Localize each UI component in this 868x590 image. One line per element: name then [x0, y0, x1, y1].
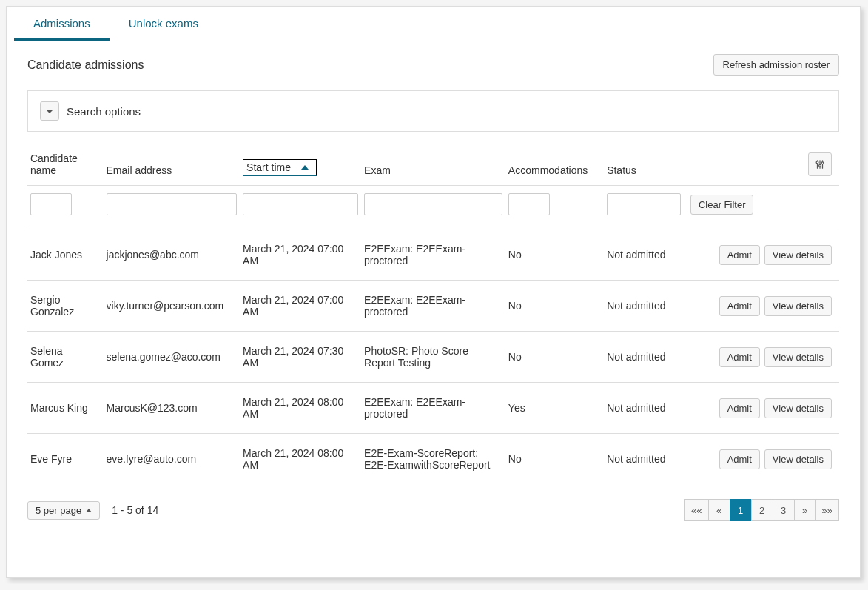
- search-options-panel: Search options: [27, 90, 839, 132]
- col-header-actions: [687, 147, 839, 186]
- svg-point-5: [821, 162, 824, 164]
- table-row: Marcus KingMarcusK@123.comMarch 21, 2024…: [27, 383, 839, 434]
- admit-button[interactable]: Admit: [719, 398, 760, 418]
- col-header-start-time[interactable]: Start time: [240, 147, 361, 186]
- pager-next[interactable]: »: [794, 499, 816, 521]
- cell-status: Not admitted: [604, 281, 687, 332]
- filter-email[interactable]: [107, 193, 238, 215]
- filter-accommodations[interactable]: [508, 193, 550, 215]
- cell-start-time: March 21, 2024 07:00 AM: [240, 281, 361, 332]
- pager-first[interactable]: ««: [684, 499, 708, 521]
- cell-exam: E2EExam: E2EExam-proctored: [361, 229, 505, 281]
- cell-start-time: March 21, 2024 08:00 AM: [240, 434, 361, 485]
- table-footer: 5 per page 1 - 5 of 14 «« « 123 » »»: [7, 496, 860, 542]
- cell-status: Not admitted: [604, 332, 687, 383]
- table-row: Jack Jonesjackjones@abc.comMarch 21, 202…: [27, 229, 839, 281]
- search-options-toggle[interactable]: [40, 101, 59, 121]
- caret-up-icon: [86, 509, 92, 512]
- filter-start-time[interactable]: [243, 193, 358, 215]
- candidates-table: Candidate name Email address Start time …: [27, 147, 839, 484]
- col-header-email[interactable]: Email address: [104, 147, 240, 186]
- filter-status[interactable]: [607, 193, 681, 215]
- chevron-down-icon: [46, 110, 53, 113]
- admit-button[interactable]: Admit: [719, 449, 760, 469]
- pager-prev[interactable]: «: [708, 499, 730, 521]
- admissions-panel: Admissions Unlock exams Candidate admiss…: [6, 6, 861, 578]
- view-details-button[interactable]: View details: [764, 347, 832, 367]
- admit-button[interactable]: Admit: [719, 245, 760, 265]
- cell-start-time: March 21, 2024 08:00 AM: [240, 383, 361, 434]
- cell-exam: E2EExam: E2EExam-proctored: [361, 383, 505, 434]
- table-container: Candidate name Email address Start time …: [7, 147, 860, 496]
- pager-page-2[interactable]: 2: [751, 499, 773, 521]
- cell-accommodations: Yes: [505, 383, 604, 434]
- tab-admissions[interactable]: Admissions: [14, 7, 110, 41]
- table-settings-button[interactable]: [808, 152, 832, 176]
- cell-status: Not admitted: [604, 229, 687, 281]
- cell-email: viky.turner@pearson.com: [104, 281, 240, 332]
- refresh-roster-button[interactable]: Refresh admission roster: [713, 54, 840, 76]
- cell-accommodations: No: [505, 229, 604, 281]
- cell-candidate-name: Selena Gomez: [27, 332, 104, 383]
- col-header-exam[interactable]: Exam: [361, 147, 505, 186]
- col-header-accommodations[interactable]: Accommodations: [505, 147, 604, 186]
- tab-unlock-exams[interactable]: Unlock exams: [110, 7, 218, 41]
- cell-candidate-name: Jack Jones: [27, 229, 104, 281]
- pager-page-3[interactable]: 3: [773, 499, 795, 521]
- cell-email: eve.fyre@auto.com: [104, 434, 240, 485]
- view-details-button[interactable]: View details: [764, 296, 832, 316]
- cell-accommodations: No: [505, 281, 604, 332]
- svg-point-3: [816, 161, 818, 164]
- section-title: Candidate admissions: [27, 58, 144, 72]
- clear-filter-button[interactable]: Clear Filter: [690, 195, 754, 215]
- cell-accommodations: No: [505, 434, 604, 485]
- cell-status: Not admitted: [604, 383, 687, 434]
- filter-exam[interactable]: [364, 193, 502, 215]
- cell-exam: PhotoSR: Photo Score Report Testing: [361, 332, 505, 383]
- cell-candidate-name: Sergio Gonzalez: [27, 281, 104, 332]
- pagination-range-text: 1 - 5 of 14: [112, 504, 158, 516]
- per-page-label: 5 per page: [36, 505, 81, 516]
- cell-email: MarcusK@123.com: [104, 383, 240, 434]
- pager-page-1[interactable]: 1: [730, 499, 752, 521]
- col-header-start-time-label: Start time: [246, 161, 291, 173]
- svg-point-4: [819, 164, 821, 167]
- cell-candidate-name: Marcus King: [27, 383, 104, 434]
- view-details-button[interactable]: View details: [764, 449, 832, 469]
- table-row: Sergio Gonzalezviky.turner@pearson.comMa…: [27, 281, 839, 332]
- cell-exam: E2EExam: E2EExam-proctored: [361, 281, 505, 332]
- cell-email: jackjones@abc.com: [104, 229, 240, 281]
- cell-start-time: March 21, 2024 07:30 AM: [240, 332, 361, 383]
- col-header-candidate-name[interactable]: Candidate name: [27, 147, 104, 186]
- cell-start-time: March 21, 2024 07:00 AM: [240, 229, 361, 281]
- cell-candidate-name: Eve Fyre: [27, 434, 104, 485]
- tab-bar: Admissions Unlock exams: [7, 7, 860, 41]
- view-details-button[interactable]: View details: [764, 398, 832, 418]
- section-header: Candidate admissions Refresh admission r…: [7, 41, 860, 83]
- filter-row: Clear Filter: [27, 186, 839, 229]
- per-page-selector[interactable]: 5 per page: [27, 501, 100, 520]
- cell-exam: E2E-Exam-ScoreReport: E2E-ExamwithScoreR…: [361, 434, 505, 485]
- search-options-label: Search options: [67, 105, 141, 118]
- cell-status: Not admitted: [604, 434, 687, 485]
- view-details-button[interactable]: View details: [764, 245, 832, 265]
- sliders-icon: [815, 159, 825, 170]
- pager: «« « 123 » »»: [685, 499, 839, 521]
- cell-email: selena.gomez@aco.com: [104, 332, 240, 383]
- filter-candidate-name[interactable]: [30, 193, 72, 215]
- col-header-status[interactable]: Status: [604, 147, 687, 186]
- admit-button[interactable]: Admit: [719, 347, 760, 367]
- admit-button[interactable]: Admit: [719, 296, 760, 316]
- table-row: Eve Fyreeve.fyre@auto.comMarch 21, 2024 …: [27, 434, 839, 485]
- table-row: Selena Gomezselena.gomez@aco.comMarch 21…: [27, 332, 839, 383]
- cell-accommodations: No: [505, 332, 604, 383]
- pager-last[interactable]: »»: [815, 499, 839, 521]
- sort-ascending-icon: [301, 165, 309, 170]
- table-header-row: Candidate name Email address Start time …: [27, 147, 839, 186]
